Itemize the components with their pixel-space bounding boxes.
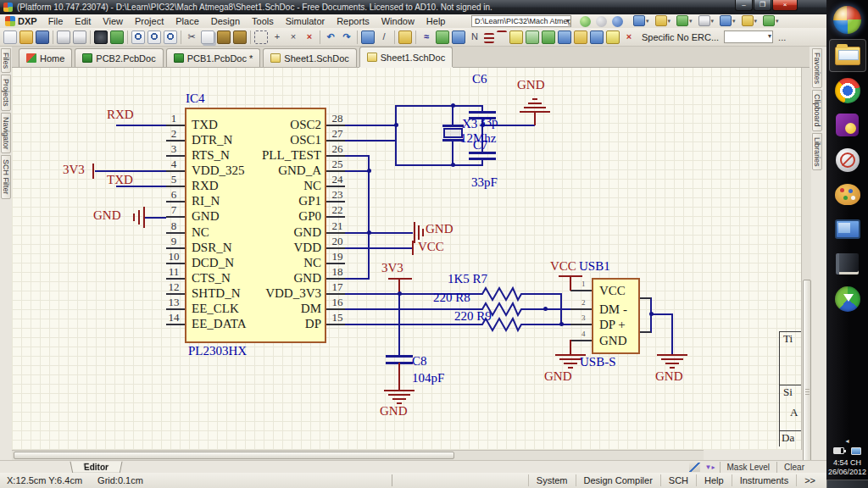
designator-label-ic_ref[interactable]: IC4 bbox=[186, 92, 262, 105]
panel-tab-sch-filter[interactable]: SCH Filter bbox=[1, 155, 11, 199]
net-label-vcc_p20[interactable]: VCC bbox=[418, 240, 494, 253]
taskbar-item-chrome[interactable] bbox=[829, 74, 866, 107]
no-erc-icon[interactable]: × bbox=[622, 30, 636, 44]
util-icon-1[interactable] bbox=[655, 15, 667, 26]
harness-entry-icon[interactable] bbox=[590, 30, 604, 44]
dropdown-caret-icon[interactable]: ▾ bbox=[668, 18, 671, 25]
menu-item-reports[interactable]: Reports bbox=[331, 14, 376, 28]
find-similar-icon[interactable] bbox=[398, 30, 412, 44]
dxp-menu[interactable]: DXP bbox=[0, 16, 42, 26]
designator-label-x3[interactable]: X3 bbox=[462, 117, 538, 130]
util-icon-3[interactable] bbox=[698, 15, 710, 26]
menu-item-help[interactable]: Help bbox=[420, 14, 452, 28]
ic-pin[interactable] bbox=[166, 155, 185, 157]
save-icon[interactable] bbox=[36, 30, 49, 44]
ic-pin[interactable] bbox=[326, 170, 345, 172]
schematic-canvas[interactable]: 1TXD2DTR_N3RTS_N4VDD_3255RXD6RI_N7GND8NC… bbox=[12, 68, 801, 450]
doc-tab-sheet1-schdoc[interactable]: Sheet1.SchDoc bbox=[359, 47, 453, 67]
designator-label-r8[interactable]: 220 R8 bbox=[433, 291, 509, 304]
rubber-stamp-icon[interactable] bbox=[233, 30, 247, 44]
taskbar-item-idm[interactable] bbox=[829, 282, 866, 315]
dropdown-caret-icon[interactable]: ▾ bbox=[732, 18, 736, 25]
panel-tab-navigator[interactable]: Navigator bbox=[1, 113, 11, 154]
ic-pin[interactable] bbox=[166, 324, 185, 325]
ic-pin[interactable] bbox=[326, 125, 345, 126]
ic-pin[interactable] bbox=[326, 155, 345, 157]
designator-label-c8_val[interactable]: 104pF bbox=[412, 371, 488, 385]
ic-pin[interactable] bbox=[166, 247, 185, 249]
util-icon-2[interactable] bbox=[676, 15, 688, 26]
taskbar-item-blocked[interactable] bbox=[829, 143, 866, 176]
doc-tab-pcb1-pcbdoc-[interactable]: PCB1.PcbDoc * bbox=[166, 48, 261, 67]
copy-icon[interactable] bbox=[201, 30, 214, 44]
sheet-symbol-icon[interactable] bbox=[526, 30, 539, 44]
paste-icon[interactable] bbox=[217, 30, 231, 44]
menu-item-simulator[interactable]: Simulator bbox=[280, 14, 331, 28]
ic-pin[interactable] bbox=[326, 278, 345, 280]
back-nav-icon[interactable] bbox=[580, 16, 591, 27]
util-icon-5[interactable] bbox=[742, 15, 754, 26]
dropdown-caret-icon[interactable]: ▾ bbox=[754, 18, 758, 25]
ic-pin[interactable] bbox=[326, 140, 345, 141]
net-label-v3_left[interactable]: 3V3 bbox=[63, 163, 139, 176]
clear-selection-icon[interactable]: × bbox=[303, 30, 316, 44]
zoom-selected-icon[interactable] bbox=[164, 30, 177, 44]
doc-tab-home[interactable]: Home bbox=[19, 48, 72, 67]
connector-pin[interactable] bbox=[570, 308, 592, 310]
gnd-port-icon[interactable] bbox=[484, 33, 494, 43]
signal-harness-icon[interactable] bbox=[452, 30, 465, 44]
ic-pin[interactable] bbox=[326, 201, 345, 202]
net-label-vcc_usb[interactable]: VCC bbox=[550, 259, 626, 273]
ic-pin[interactable] bbox=[326, 247, 345, 249]
doc-tab-sheet1-schdoc[interactable]: Sheet1.SchDoc bbox=[263, 48, 356, 67]
vertical-scroll-thumb[interactable] bbox=[803, 280, 811, 488]
close-button[interactable]: × bbox=[772, 0, 798, 11]
designator-label-c7[interactable]: C7 bbox=[473, 138, 549, 152]
taskbar-item-book[interactable] bbox=[829, 247, 866, 280]
show-desktop-button[interactable] bbox=[826, 480, 868, 488]
util-icon-4[interactable] bbox=[720, 15, 732, 26]
statusbar-menu-help[interactable]: Help bbox=[696, 474, 732, 486]
mask-level-button[interactable]: Mask Level bbox=[720, 462, 777, 473]
statusbar-menu-system[interactable]: System bbox=[528, 474, 576, 486]
ic-pin[interactable] bbox=[166, 263, 185, 264]
open-icon[interactable] bbox=[19, 30, 33, 44]
ic-pin[interactable] bbox=[326, 308, 345, 310]
ic-pin[interactable] bbox=[166, 278, 185, 280]
connector-pin[interactable] bbox=[570, 290, 592, 291]
statusbar-menu--[interactable]: >> bbox=[796, 474, 823, 486]
ic-pin[interactable] bbox=[326, 263, 345, 264]
vertical-scrollbar[interactable] bbox=[801, 68, 811, 450]
util-icon-0[interactable] bbox=[633, 15, 645, 26]
pencil-icon[interactable] bbox=[689, 463, 700, 472]
net-label-gnd_usbr[interactable]: GND bbox=[655, 369, 732, 383]
filter-icons[interactable]: ▼▸ bbox=[705, 463, 715, 471]
designator-label-c8[interactable]: C8 bbox=[412, 354, 488, 368]
bus-tool-icon[interactable] bbox=[436, 30, 449, 44]
menu-item-file[interactable]: File bbox=[42, 14, 70, 28]
panel-tab-projects[interactable]: Projects bbox=[1, 75, 11, 111]
forward-nav-icon[interactable] bbox=[596, 16, 607, 27]
connector-pin[interactable] bbox=[570, 324, 592, 325]
net-label-gnd_c8[interactable]: GND bbox=[380, 404, 456, 418]
move-icon[interactable]: + bbox=[270, 30, 284, 44]
cut-icon[interactable]: ✂ bbox=[185, 30, 198, 44]
ic-pin[interactable] bbox=[166, 125, 185, 126]
wire-tool-icon[interactable]: ≈ bbox=[420, 30, 433, 44]
directive-icon[interactable] bbox=[606, 30, 620, 44]
ic-pin[interactable] bbox=[326, 324, 345, 325]
taskbar-clock[interactable]: 4:54 CH 26/06/2012 bbox=[826, 458, 868, 477]
dropdown-caret-icon[interactable]: ▾ bbox=[711, 18, 715, 25]
deselect-icon[interactable]: × bbox=[287, 30, 300, 44]
port-icon[interactable] bbox=[558, 30, 571, 44]
ic-pin[interactable] bbox=[166, 308, 185, 310]
taskbar-item-messenger[interactable] bbox=[829, 108, 866, 141]
select-region-icon[interactable] bbox=[254, 30, 268, 44]
ic-pin[interactable] bbox=[326, 216, 345, 218]
ic-pin[interactable] bbox=[326, 293, 345, 295]
favorites-nav-icon[interactable] bbox=[612, 16, 623, 27]
place-part-icon[interactable] bbox=[509, 30, 523, 44]
horizontal-scroll-thumb[interactable] bbox=[14, 452, 454, 459]
dropdown-caret-icon[interactable]: ▾ bbox=[776, 18, 779, 25]
cross-probe-icon[interactable] bbox=[361, 30, 375, 44]
